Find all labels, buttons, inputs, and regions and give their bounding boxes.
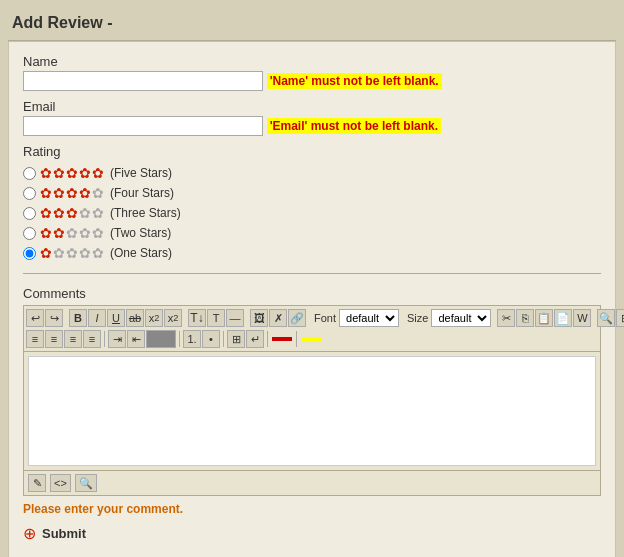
- rating-radio-4[interactable]: [23, 187, 36, 200]
- font-label: Font: [314, 312, 336, 324]
- indent-button[interactable]: ⇥: [108, 330, 126, 348]
- align-justify-button[interactable]: ≡: [83, 330, 101, 348]
- email-error: 'Email' must not be left blank.: [267, 118, 441, 134]
- ul-button[interactable]: •: [202, 330, 220, 348]
- code-button[interactable]: <>: [50, 474, 71, 492]
- color-block-button[interactable]: [146, 330, 176, 348]
- editor-container: ↩ ↪ B I U ab x2 x2 T↓ T — 🖼: [23, 305, 601, 496]
- hr-button[interactable]: —: [226, 309, 244, 327]
- name-input[interactable]: [23, 71, 263, 91]
- outdent-button[interactable]: ⇤: [127, 330, 145, 348]
- stars-5: ✿ ✿ ✿ ✿ ✿: [40, 165, 104, 181]
- link-remove-button[interactable]: ✗: [269, 309, 287, 327]
- size-select[interactable]: default: [431, 309, 491, 327]
- page-wrapper: Add Review - Name 'Name' must not be lef…: [8, 8, 616, 557]
- toolbar-separator: [104, 331, 105, 347]
- insert2-button[interactable]: ↵: [246, 330, 264, 348]
- rating-text-1: (One Stars): [110, 246, 172, 260]
- font-select[interactable]: default: [339, 309, 399, 327]
- source-button[interactable]: ✎: [28, 474, 46, 492]
- star-icon: ✿: [53, 185, 65, 201]
- paste-button[interactable]: 📋: [535, 309, 553, 327]
- align-left-button[interactable]: ≡: [26, 330, 44, 348]
- rating-text-5: (Five Stars): [110, 166, 172, 180]
- rating-radio-1[interactable]: [23, 247, 36, 260]
- subscript-button[interactable]: x2: [164, 309, 182, 327]
- comment-error: Please enter your comment.: [23, 502, 601, 516]
- image-button[interactable]: 🖼: [250, 309, 268, 327]
- link-button[interactable]: 🔗: [288, 309, 306, 327]
- submit-button[interactable]: Submit: [42, 526, 86, 541]
- copy-button[interactable]: ⎘: [516, 309, 534, 327]
- star-icon: ✿: [40, 225, 52, 241]
- rating-option-4: ✿ ✿ ✿ ✿ ✿ (Four Stars): [23, 185, 601, 201]
- star-empty-icon: ✿: [79, 205, 91, 221]
- toolbar-row-1: ↩ ↪ B I U ab x2 x2 T↓ T — 🖼: [26, 309, 598, 327]
- zoom-button[interactable]: 🔍: [75, 474, 97, 492]
- rating-option-5: ✿ ✿ ✿ ✿ ✿ (Five Stars): [23, 165, 601, 181]
- rating-option-2: ✿ ✿ ✿ ✿ ✿ (Two Stars): [23, 225, 601, 241]
- stars-1: ✿ ✿ ✿ ✿ ✿: [40, 245, 104, 261]
- form-container: Name 'Name' must not be left blank. Emai…: [8, 41, 616, 557]
- star-icon: ✿: [53, 205, 65, 221]
- find-button[interactable]: 🔍: [597, 309, 615, 327]
- star-empty-icon: ✿: [92, 245, 104, 261]
- comments-field-group: Comments ↩ ↪ B I U ab x2 x2 T↓: [23, 286, 601, 543]
- comments-editor[interactable]: [28, 356, 596, 466]
- rating-radio-3[interactable]: [23, 207, 36, 220]
- strikethrough-button[interactable]: ab: [126, 309, 144, 327]
- star-icon: ✿: [53, 225, 65, 241]
- star-icon: ✿: [66, 185, 78, 201]
- stars-2: ✿ ✿ ✿ ✿ ✿: [40, 225, 104, 241]
- align-right-button[interactable]: ≡: [64, 330, 82, 348]
- underline-button[interactable]: U: [107, 309, 125, 327]
- star-empty-icon: ✿: [53, 245, 65, 261]
- name-field-group: Name 'Name' must not be left blank.: [23, 54, 601, 91]
- rating-text-4: (Four Stars): [110, 186, 174, 200]
- text-color-red: [272, 337, 292, 341]
- rating-text-2: (Two Stars): [110, 226, 171, 240]
- paste-word-button[interactable]: W: [573, 309, 591, 327]
- rating-text-3: (Three Stars): [110, 206, 181, 220]
- toolbar-row-2: ≡ ≡ ≡ ≡ ⇥ ⇤ 1. • ⊞ ↵: [26, 330, 598, 348]
- toolbar-separator: [267, 331, 268, 347]
- star-icon: ✿: [92, 165, 104, 181]
- star-icon: ✿: [40, 165, 52, 181]
- table-button[interactable]: ⊞: [227, 330, 245, 348]
- text-color-yellow: [301, 337, 321, 341]
- star-icon: ✿: [66, 205, 78, 221]
- star-empty-icon: ✿: [66, 225, 78, 241]
- rating-radio-2[interactable]: [23, 227, 36, 240]
- redo-button[interactable]: ↪: [45, 309, 63, 327]
- bold-button[interactable]: B: [69, 309, 87, 327]
- email-field-group: Email 'Email' must not be left blank.: [23, 99, 601, 136]
- name-label: Name: [23, 54, 601, 69]
- superscript-button[interactable]: x2: [145, 309, 163, 327]
- editor-footer: ✎ <> 🔍: [24, 470, 600, 495]
- name-error: 'Name' must not be left blank.: [267, 73, 442, 89]
- align-center-button[interactable]: ≡: [45, 330, 63, 348]
- star-icon: ✿: [79, 185, 91, 201]
- paste-text-button[interactable]: 📄: [554, 309, 572, 327]
- rating-label: Rating: [23, 144, 601, 159]
- rating-radio-5[interactable]: [23, 167, 36, 180]
- star-empty-icon: ✿: [79, 225, 91, 241]
- stars-3: ✿ ✿ ✿ ✿ ✿: [40, 205, 104, 221]
- star-empty-icon: ✿: [79, 245, 91, 261]
- toolbar-separator: [179, 331, 180, 347]
- format-button[interactable]: T: [207, 309, 225, 327]
- divider: [23, 273, 601, 274]
- cut-button[interactable]: ✂: [497, 309, 515, 327]
- undo-button[interactable]: ↩: [26, 309, 44, 327]
- comments-label: Comments: [23, 286, 601, 301]
- ol-button[interactable]: 1.: [183, 330, 201, 348]
- star-icon: ✿: [40, 185, 52, 201]
- email-input[interactable]: [23, 116, 263, 136]
- rating-option-3: ✿ ✿ ✿ ✿ ✿ (Three Stars): [23, 205, 601, 221]
- star-empty-icon: ✿: [66, 245, 78, 261]
- more-button[interactable]: ⊞: [616, 309, 624, 327]
- star-icon: ✿: [79, 165, 91, 181]
- submit-row: ⊕ Submit: [23, 524, 601, 543]
- insert-button[interactable]: T↓: [188, 309, 206, 327]
- italic-button[interactable]: I: [88, 309, 106, 327]
